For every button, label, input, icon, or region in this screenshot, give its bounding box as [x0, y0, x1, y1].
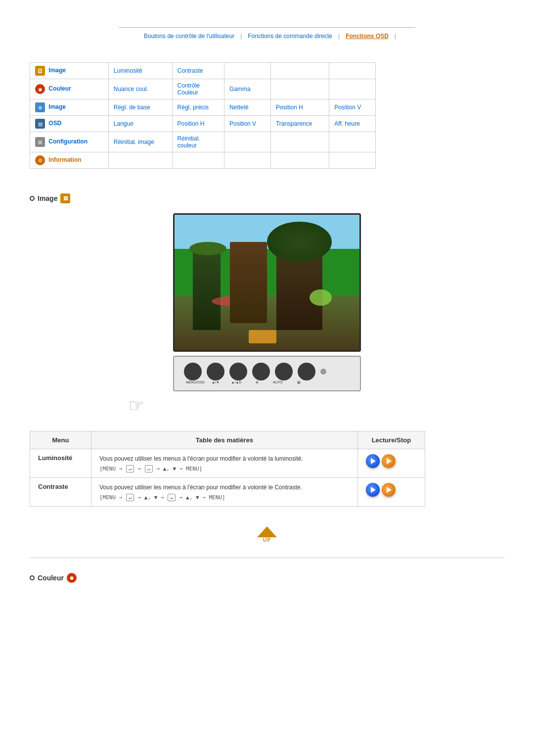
menu-cell-aff-heure[interactable]: Aff. heure: [334, 120, 360, 127]
up-down-button[interactable]: [207, 363, 224, 380]
menu-cell-nettete[interactable]: Netteté: [229, 104, 249, 111]
menu-cell-langue[interactable]: Langue: [114, 120, 134, 127]
monitor-frame: [173, 213, 361, 352]
power-label: ⏻: [290, 380, 308, 384]
menu-cell-regl-precis[interactable]: Régl. précis: [178, 104, 209, 111]
upd-label: ▲/▲D: [227, 380, 245, 384]
image2-icon: ⊕: [35, 102, 45, 112]
contraste-play-btn-1[interactable]: [366, 483, 380, 497]
nav-sep-3: |: [395, 33, 396, 40]
auto-button[interactable]: [275, 363, 293, 380]
image-section-header: Image 🖼: [0, 179, 534, 208]
nav-osd-functions[interactable]: Fonctions OSD: [340, 30, 395, 43]
luminosite-description: Vous pouvez utiliser les menus à l'écran…: [99, 454, 350, 463]
luminosite-play-btn-2[interactable]: [382, 454, 396, 468]
couleur-section: Couleur ◉: [0, 563, 534, 603]
auto-label: AUTO: [269, 380, 287, 384]
content-table: Menu Table des matières Lecture/Stop Lum…: [30, 431, 425, 507]
image-section-icon: 🖼: [60, 193, 70, 203]
menu-cell-transparence[interactable]: Transparence: [276, 120, 312, 127]
up-arrow-label: UP: [263, 537, 271, 543]
image-icon: 🖼: [35, 66, 45, 76]
nav-user-controls[interactable]: Boutons de contrôle de l'utilisateur: [138, 30, 240, 43]
control-buttons-row: [184, 363, 326, 380]
luminosite-play-btn-1[interactable]: [366, 454, 380, 468]
menu-table: 🖼 Image Luminosité Contraste ◉ Couleur N…: [30, 62, 376, 169]
menu-cell-reinit-couleur[interactable]: Réinitial.couleur: [178, 135, 200, 149]
content-table-header-row: Menu Table des matières Lecture/Stop: [30, 431, 425, 449]
top-navigation: Boutons de contrôle de l'utilisateur | F…: [0, 0, 534, 52]
led-indicator: [320, 369, 326, 375]
hand-pointer-icon: ☞: [129, 395, 144, 416]
menu-row-config: ⊞ Configuration Réinitial. image Réiniti…: [30, 132, 376, 152]
col-toc: Table des matières: [91, 431, 357, 449]
up-arrow-group: UP: [257, 526, 277, 543]
col-menu: Menu: [30, 431, 91, 449]
couleur-section-header: Couleur ◉: [30, 573, 504, 583]
menu-row-couleur: ◉ Couleur Nuance coul. ContrôleCouleur G…: [30, 79, 376, 99]
menu-cell-luminosite[interactable]: Luminosité: [114, 67, 142, 74]
contraste-description: Vous pouvez utiliser les menus à l'écran…: [99, 483, 350, 492]
control-labels-row: MENU/OSD ▲/▼ ▲/▲D ⊕ AUTO ⏻: [184, 380, 326, 384]
menu-row-image2: ⊕ Image Régl. de base Régl. précis Nette…: [30, 99, 376, 116]
menu-row-image: 🖼 Image Luminosité Contraste: [30, 63, 376, 79]
menu-cell-position-h[interactable]: Position H: [276, 104, 303, 111]
couleur-icon: ◉: [35, 84, 45, 94]
image-circle-icon: [30, 196, 35, 201]
info-icon: ⚙: [35, 155, 45, 165]
luminosite-command: [MENU → ↵ → ↵ → ▲, ▼ → MENU]: [99, 465, 350, 472]
menu-label: MENU/OSD: [186, 380, 204, 384]
play-triangle-icon-3: [371, 487, 376, 493]
monitor-display-image: [175, 215, 359, 350]
menu-label-osd[interactable]: OSD: [48, 120, 61, 127]
contraste-play-btn-2[interactable]: [382, 483, 396, 497]
couleur-section-icon: ◉: [67, 573, 77, 583]
updown-label: ▲/▼: [207, 380, 224, 384]
menu-label-info[interactable]: Information: [48, 156, 81, 163]
menu-cell-osd-position-v[interactable]: Position V: [229, 120, 256, 127]
menu-cell-reinit-image[interactable]: Réinitial. image: [114, 139, 154, 145]
menu-cell-osd-position-h[interactable]: Position H: [178, 120, 205, 127]
menu-button[interactable]: [184, 363, 202, 380]
menu-label-image2[interactable]: Image: [48, 103, 66, 110]
control-panel: MENU/OSD ▲/▼ ▲/▲D ⊕ AUTO ⏻: [173, 356, 361, 391]
couleur-section-title: Couleur: [38, 574, 64, 582]
play-triangle-icon: [371, 458, 376, 464]
osd-icon: ▤: [35, 119, 45, 129]
play-triangle-icon-4: [387, 487, 392, 493]
col-lecture: Lecture/Stop: [357, 431, 425, 449]
enter-label: ⊕: [248, 380, 266, 384]
menu-cell-gamma[interactable]: Gamma: [229, 86, 251, 93]
content-table-container: Menu Table des matières Lecture/Stop Lum…: [0, 421, 534, 517]
luminosite-play-buttons: [366, 454, 417, 468]
couleur-circle-icon: [30, 575, 35, 580]
up-arrow-icon: [257, 526, 277, 537]
menu-cell-nuance[interactable]: Nuance coul.: [114, 86, 148, 93]
menu-label-config[interactable]: Configuration: [48, 138, 88, 145]
section-divider: [30, 558, 504, 558]
menu-cell-position-v[interactable]: Position V: [334, 104, 361, 111]
power-button[interactable]: [298, 363, 315, 380]
contraste-command: [MENU → ↵ → ▲, ▼ → ↵ → ▲, ▼ → MENU]: [99, 494, 350, 501]
up-d-button[interactable]: [229, 363, 247, 380]
contraste-play-buttons: [366, 483, 417, 497]
menu-row-osd: ▤ OSD Langue Position H Position V Trans…: [30, 116, 376, 132]
menu-label-couleur[interactable]: Couleur: [48, 85, 71, 92]
luminosite-row: Luminosité Vous pouvez utiliser les menu…: [30, 449, 425, 478]
play-triangle-icon-2: [387, 458, 392, 464]
config-icon: ⊞: [35, 137, 45, 147]
luminosite-label: Luminosité: [38, 454, 72, 462]
nav-direct-functions[interactable]: Fonctions de commande directe: [242, 30, 338, 43]
menu-label-image[interactable]: Image: [48, 67, 66, 74]
menu-table-container: 🖼 Image Luminosité Contraste ◉ Couleur N…: [0, 52, 534, 179]
contraste-label: Contraste: [38, 483, 68, 490]
control-buttons-group: MENU/OSD ▲/▼ ▲/▲D ⊕ AUTO ⏻: [184, 363, 326, 384]
menu-cell-regl-base[interactable]: Régl. de base: [114, 104, 150, 111]
monitor-area: MENU/OSD ▲/▼ ▲/▲D ⊕ AUTO ⏻ ☞: [0, 208, 534, 421]
menu-row-info: ⚙ Information: [30, 152, 376, 169]
menu-cell-controle-couleur[interactable]: ContrôleCouleur: [178, 82, 200, 96]
enter-button[interactable]: [252, 363, 270, 380]
image-section-title: Image: [38, 194, 57, 202]
contraste-row: Contraste Vous pouvez utiliser les menus…: [30, 478, 425, 507]
menu-cell-contraste[interactable]: Contraste: [178, 67, 203, 74]
